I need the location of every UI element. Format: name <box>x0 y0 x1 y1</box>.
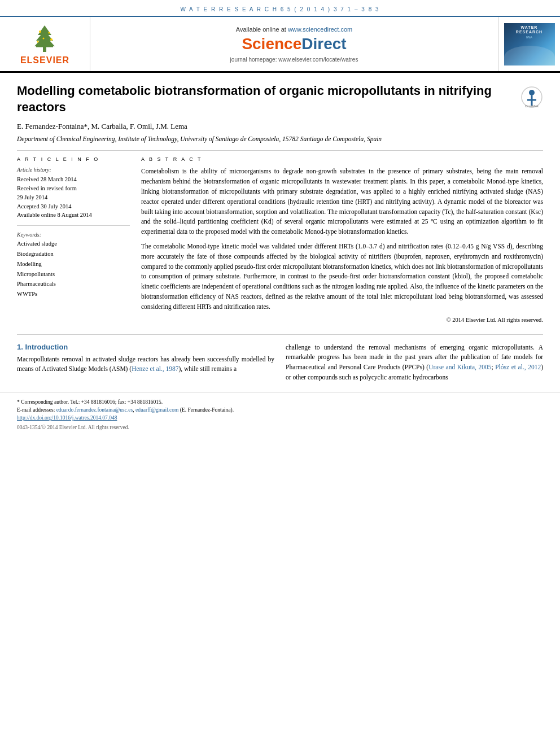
crossmark-badge[interactable]: CrossMark <box>520 86 543 108</box>
accepted-date: Accepted 30 July 2014 <box>17 202 130 211</box>
journal-cover-subtitle: IWA <box>526 36 532 39</box>
received-date-1: Received 28 March 2014 <box>17 175 130 184</box>
svg-point-6 <box>49 32 50 34</box>
keyword-biodegradation: Biodegradation <box>17 249 130 259</box>
abstract-paragraph-1: Cometabolism is the ability of microorga… <box>141 167 543 237</box>
svg-point-9 <box>43 38 45 40</box>
affiliation: Department of Chemical Engineering, Inst… <box>17 134 543 143</box>
elsevier-logo: ELSEVIER <box>20 23 69 65</box>
header-area: ELSEVIER Available online at www.science… <box>0 17 560 73</box>
elsevier-logo-area: ELSEVIER <box>0 17 90 71</box>
main-content: Modelling cometabolic biotransformation … <box>0 73 560 383</box>
email-1-link[interactable]: eduardo.fernandez.fontaina@usc.es <box>56 407 133 413</box>
intro-left-col: 1. Introduction Macropollutants removal … <box>17 343 274 383</box>
keyword-activated-sludge: Activated sludge <box>17 239 130 249</box>
doi-line: http://dx.doi.org/10.1016/j.watres.2014.… <box>17 414 543 422</box>
copyright-line: © 2014 Elsevier Ltd. All rights reserved… <box>141 317 543 323</box>
received-revised-label: Received in revised form <box>17 184 130 193</box>
svg-point-11 <box>529 90 535 95</box>
paper-title-section: Modelling cometabolic biotransformation … <box>17 83 543 115</box>
journal-cover-area: WATERRESEARCH IWA <box>498 17 560 71</box>
keyword-micropollutants: Micropollutants <box>17 269 130 279</box>
svg-point-8 <box>50 38 53 41</box>
abstract-paragraph-2: The cometabolic Monod-type kinetic model… <box>141 242 543 312</box>
divider-1 <box>17 150 543 151</box>
henze-ref-link[interactable]: Henze et al., 1987 <box>132 365 178 372</box>
abstract-col: A B S T R A C T Cometabolism is the abil… <box>141 156 543 322</box>
authors: E. Fernandez-Fontaina*, M. Carballa, F. … <box>17 122 543 131</box>
history-label: Article history: <box>17 167 130 173</box>
footer-section: * Corresponding author. Tel.: +34 881816… <box>0 392 560 436</box>
sciencedirect-link[interactable]: www.sciencedirect.com <box>288 26 352 33</box>
sciencedirect-area: Available online at www.sciencedirect.co… <box>90 17 498 71</box>
corresponding-note: * Corresponding author. Tel.: +34 881816… <box>17 398 543 406</box>
email-2-link[interactable]: eduarff@gmail.com <box>135 407 178 413</box>
doi-link[interactable]: http://dx.doi.org/10.1016/j.watres.2014.… <box>17 415 117 421</box>
section-1-title: 1. Introduction <box>17 343 274 351</box>
received-revised-date: 29 July 2014 <box>17 193 130 202</box>
svg-point-5 <box>39 30 41 33</box>
keyword-pharmaceuticals: Pharmaceuticals <box>17 279 130 289</box>
elsevier-tree-icon <box>28 23 62 54</box>
sciencedirect-logo: ScienceDirect <box>242 35 346 53</box>
email-line: E-mail addresses: eduardo.fernandez.font… <box>17 406 543 414</box>
intro-right-col: challenge to understand the removal mech… <box>286 343 543 383</box>
urase-ref-link[interactable]: Urase and Kikuta, 2005 <box>428 364 491 370</box>
intro-right-text: challenge to understand the removal mech… <box>286 343 543 383</box>
svg-point-7 <box>37 41 39 43</box>
journal-citation: W A T E R R E S E A R C H 6 5 ( 2 0 1 4 … <box>180 6 379 12</box>
journal-cover: WATERRESEARCH IWA <box>504 23 555 65</box>
article-info-heading: A R T I C L E I N F O <box>17 156 130 162</box>
issn-line: 0043-1354/© 2014 Elsevier Ltd. All right… <box>17 425 543 430</box>
journal-cover-title: WATERRESEARCH <box>516 25 542 35</box>
intro-body: 1. Introduction Macropollutants removal … <box>17 343 543 383</box>
abstract-text: Cometabolism is the ability of microorga… <box>141 167 543 312</box>
svg-rect-1 <box>36 46 53 47</box>
intro-left-text: Macropollutants removal in activated slu… <box>17 355 274 375</box>
available-text: Available online at www.sciencedirect.co… <box>236 26 352 33</box>
elsevier-text: ELSEVIER <box>20 55 69 65</box>
article-info-abstract: A R T I C L E I N F O Article history: R… <box>17 156 543 322</box>
plosz-ref-link[interactable]: Plósz et al., 2012 <box>495 364 541 370</box>
paper-title: Modelling cometabolic biotransformation … <box>17 83 515 115</box>
divider-keywords <box>17 225 130 226</box>
introduction-section: 1. Introduction Macropollutants removal … <box>17 334 543 383</box>
keyword-wwtps: WWTPs <box>17 289 130 299</box>
keyword-modelling: Modelling <box>17 259 130 269</box>
journal-cover-decoration <box>504 46 555 65</box>
abstract-heading: A B S T R A C T <box>141 156 543 162</box>
svg-text:CrossMark: CrossMark <box>525 104 539 108</box>
available-online-date: Available online 8 August 2014 <box>17 211 130 220</box>
journal-banner: W A T E R R E S E A R C H 6 5 ( 2 0 1 4 … <box>0 0 560 17</box>
article-info-col: A R T I C L E I N F O Article history: R… <box>17 156 130 322</box>
journal-homepage: journal homepage: www.elsevier.com/locat… <box>230 56 358 63</box>
keywords-label: Keywords: <box>17 231 130 238</box>
